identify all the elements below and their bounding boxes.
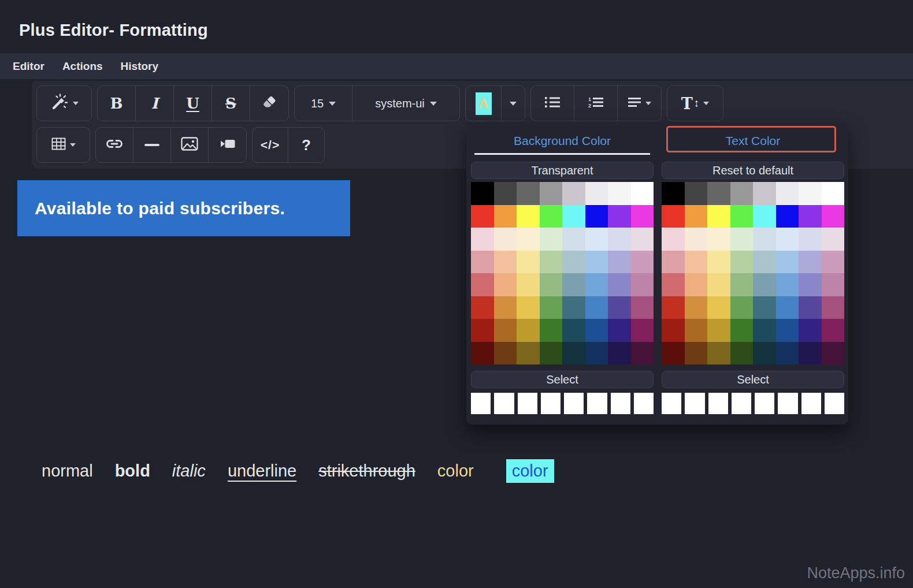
color-swatch[interactable] [517, 228, 540, 251]
color-swatch[interactable] [562, 205, 585, 228]
color-swatch[interactable] [755, 393, 774, 414]
color-swatch[interactable] [707, 251, 730, 274]
link-button[interactable] [96, 128, 133, 162]
color-swatch[interactable] [776, 342, 799, 365]
color-swatch[interactable] [611, 393, 630, 414]
color-swatch[interactable] [753, 296, 776, 319]
color-swatch[interactable] [631, 319, 654, 342]
bullet-list-button[interactable] [531, 86, 574, 121]
color-swatch[interactable] [822, 319, 845, 342]
color-swatch[interactable] [685, 273, 708, 296]
color-swatch[interactable] [517, 205, 540, 228]
image-button[interactable] [171, 128, 209, 162]
magic-format-button[interactable] [36, 85, 92, 121]
color-swatch[interactable] [822, 296, 845, 319]
color-swatch[interactable] [471, 342, 494, 365]
color-swatch[interactable] [471, 393, 491, 414]
color-swatch[interactable] [517, 342, 540, 365]
color-swatch[interactable] [471, 296, 494, 319]
color-swatch[interactable] [631, 296, 654, 319]
color-swatch[interactable] [753, 342, 776, 365]
help-button[interactable]: ? [288, 128, 324, 162]
color-swatch[interactable] [585, 228, 608, 251]
color-swatch[interactable] [685, 228, 708, 251]
align-dropdown-button[interactable] [618, 86, 661, 121]
color-button[interactable]: A [466, 86, 502, 121]
color-swatch[interactable] [685, 182, 708, 205]
color-swatch[interactable] [662, 182, 685, 205]
color-swatch[interactable] [540, 228, 563, 251]
color-swatch[interactable] [471, 319, 494, 342]
bold-button[interactable]: B [98, 86, 136, 121]
color-swatch[interactable] [799, 205, 822, 228]
color-swatch[interactable] [631, 342, 654, 365]
color-swatch[interactable] [634, 393, 654, 414]
color-swatch[interactable] [753, 273, 776, 296]
color-swatch[interactable] [662, 319, 685, 342]
color-swatch[interactable] [494, 296, 517, 319]
clear-format-button[interactable] [250, 86, 288, 121]
color-swatch[interactable] [471, 182, 494, 205]
color-swatch[interactable] [540, 319, 563, 342]
color-swatch[interactable] [518, 393, 537, 414]
color-swatch[interactable] [494, 228, 517, 251]
numbered-list-button[interactable]: 1 2 [574, 86, 618, 121]
menu-editor[interactable]: Editor [13, 60, 44, 73]
color-swatch[interactable] [707, 182, 730, 205]
color-swatch[interactable] [822, 342, 845, 365]
color-swatch[interactable] [608, 205, 631, 228]
horizontal-rule-button[interactable] [133, 128, 171, 162]
color-swatch[interactable] [608, 251, 631, 274]
color-swatch[interactable] [517, 251, 540, 274]
color-swatch[interactable] [776, 319, 799, 342]
color-swatch[interactable] [471, 205, 494, 228]
color-swatch[interactable] [685, 319, 708, 342]
color-swatch[interactable] [540, 342, 563, 365]
color-dropdown-button[interactable] [502, 86, 525, 121]
color-swatch[interactable] [776, 228, 799, 251]
font-family-dropdown[interactable]: system-ui [352, 86, 459, 121]
color-swatch[interactable] [799, 342, 822, 365]
color-swatch[interactable] [799, 296, 822, 319]
color-swatch[interactable] [608, 319, 631, 342]
color-swatch[interactable] [631, 228, 654, 251]
color-swatch[interactable] [799, 251, 822, 274]
color-swatch[interactable] [730, 342, 754, 365]
text-select-button[interactable]: Select [662, 371, 844, 388]
color-swatch[interactable] [753, 319, 776, 342]
color-swatch[interactable] [540, 182, 563, 205]
color-swatch[interactable] [585, 319, 608, 342]
color-swatch[interactable] [540, 296, 563, 319]
reset-to-default-button[interactable]: Reset to default [662, 162, 844, 179]
color-swatch[interactable] [753, 205, 776, 228]
color-swatch[interactable] [517, 273, 540, 296]
color-swatch[interactable] [608, 228, 631, 251]
transparent-button[interactable]: Transparent [471, 162, 654, 179]
color-swatch[interactable] [471, 251, 494, 274]
color-swatch[interactable] [730, 205, 754, 228]
color-swatch[interactable] [685, 342, 708, 365]
color-swatch[interactable] [662, 273, 685, 296]
color-swatch[interactable] [776, 251, 799, 274]
color-swatch[interactable] [494, 342, 517, 365]
color-swatch[interactable] [662, 205, 685, 228]
font-size-dropdown[interactable]: 15 [295, 86, 352, 121]
color-swatch[interactable] [494, 273, 517, 296]
color-swatch[interactable] [562, 342, 585, 365]
color-swatch[interactable] [799, 273, 822, 296]
color-swatch[interactable] [822, 182, 845, 205]
color-swatch[interactable] [707, 273, 730, 296]
color-swatch[interactable] [753, 251, 776, 274]
color-swatch[interactable] [562, 319, 585, 342]
color-swatch[interactable] [585, 273, 608, 296]
color-swatch[interactable] [707, 342, 730, 365]
color-swatch[interactable] [776, 296, 799, 319]
color-swatch[interactable] [471, 273, 494, 296]
color-swatch[interactable] [517, 182, 540, 205]
color-swatch[interactable] [799, 182, 822, 205]
color-swatch[interactable] [822, 273, 845, 296]
color-swatch[interactable] [799, 319, 822, 342]
tab-background-color[interactable]: Background Color [471, 131, 654, 151]
color-swatch[interactable] [707, 319, 730, 342]
color-swatch[interactable] [662, 228, 685, 251]
